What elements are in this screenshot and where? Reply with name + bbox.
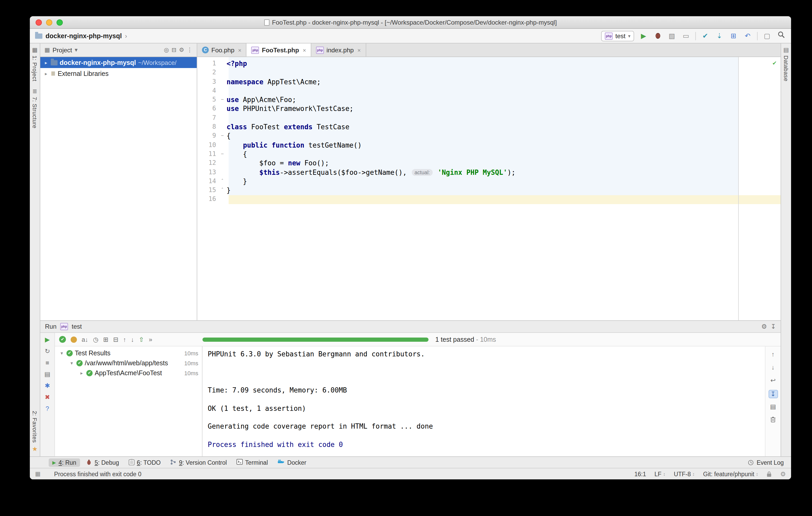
toolwindow-button-version-control[interactable]: 9: Version Control: [166, 458, 230, 467]
previous-failed-test-button[interactable]: ↑: [123, 336, 126, 343]
stop-button[interactable]: ▢: [762, 31, 772, 40]
debug-button[interactable]: [653, 31, 662, 40]
next-failed-test-button[interactable]: ↓: [131, 336, 134, 343]
line-separator-widget[interactable]: LF↕: [655, 471, 666, 477]
toolwindow-button-debug[interactable]: 5: Debug: [82, 458, 123, 467]
stripe-button-structure[interactable]: ≣ 7: Structure: [32, 85, 38, 133]
toolwindow-button-terminal[interactable]: Terminal: [233, 458, 271, 467]
commit-changes-button[interactable]: ✔: [701, 31, 710, 40]
toolbar-separator: [695, 32, 696, 40]
show-passed-button[interactable]: ✔: [59, 336, 66, 343]
settings-button[interactable]: ⚙: [179, 47, 184, 53]
tree-arrow-icon[interactable]: ▸: [44, 71, 49, 76]
tree-arrow-icon[interactable]: ▾: [69, 360, 74, 366]
tab-close-icon[interactable]: ×: [303, 47, 306, 53]
test-tree-item[interactable]: ▸✔AppTest\Acme\FooTest10ms: [55, 368, 202, 378]
line-number: 1: [197, 59, 218, 68]
restore-layout-button[interactable]: ▤: [45, 371, 51, 377]
fold-marker-icon: [218, 159, 227, 168]
more-actions-button[interactable]: »: [149, 336, 152, 343]
sort-alphabetically-button[interactable]: a↓: [82, 336, 88, 343]
rerun-button[interactable]: ▶: [45, 337, 50, 343]
code-line: 7: [197, 114, 781, 123]
stripe-button-database[interactable]: ▤ Database: [783, 44, 789, 85]
close-toolwindow-button[interactable]: ✖: [45, 394, 50, 400]
navigation-bar[interactable]: docker-nginx-php-mysql ›: [35, 32, 127, 39]
run-config-tab-label[interactable]: test: [72, 323, 82, 330]
tree-arrow-icon[interactable]: ▾: [59, 350, 64, 355]
pin-tab-button[interactable]: ✱: [45, 382, 50, 389]
project-tree-item[interactable]: ▸docker-nginx-php-mysql~/Workspace/: [40, 57, 197, 68]
tree-arrow-icon[interactable]: ▸: [79, 370, 84, 375]
revert-button[interactable]: ↶: [743, 31, 752, 40]
stripe-button-project[interactable]: ▦ 1: Project: [32, 44, 38, 85]
titlebar[interactable]: FooTest.php - docker-nginx-php-mysql - […: [30, 16, 791, 29]
breadcrumb-project[interactable]: docker-nginx-php-mysql: [46, 32, 122, 39]
readonly-lock-icon[interactable]: [766, 471, 772, 477]
minimize-window-button[interactable]: [46, 19, 52, 26]
create-patch-button[interactable]: ⊞: [729, 31, 738, 40]
updown-arrows-icon: ↕: [692, 471, 695, 477]
tab-close-icon[interactable]: ×: [357, 47, 361, 53]
print-button[interactable]: ▤: [768, 403, 778, 411]
test-tree-item[interactable]: ▾✔Test Results10ms: [55, 348, 202, 358]
stop-process-button[interactable]: ■: [46, 360, 50, 366]
show-ignored-button[interactable]: [70, 336, 77, 343]
console-output[interactable]: PHPUnit 6.3.0 by Sebastian Bergmann and …: [202, 346, 765, 456]
help-button[interactable]: ?: [46, 406, 49, 412]
zoom-window-button[interactable]: [57, 19, 63, 26]
inspections-status-icon[interactable]: ✔: [773, 59, 776, 66]
attach-to-process-button[interactable]: ▭: [681, 31, 691, 40]
down-the-stack-trace-button[interactable]: ↓: [768, 364, 778, 372]
test-tree-item[interactable]: ▾✔/var/www/html/web/app/tests10ms: [55, 358, 202, 368]
caret-position-widget[interactable]: 16:1: [634, 471, 646, 477]
encoding-widget[interactable]: UTF-8↕: [674, 471, 695, 477]
toolwindow-button-run[interactable]: ▶4: Run: [49, 458, 80, 466]
editor-tab[interactable]: phpindex.php×: [311, 44, 366, 57]
status-bar: ▦ Process finished with exit code 0 16:1…: [30, 468, 791, 479]
tree-arrow-icon[interactable]: ▸: [44, 60, 49, 65]
hide-toolwindow-button[interactable]: ↧: [771, 323, 776, 330]
close-window-button[interactable]: [36, 19, 42, 26]
collapse-all-button[interactable]: ⊟: [172, 47, 176, 53]
clear-console-button[interactable]: [768, 416, 778, 424]
import-test-results-button[interactable]: ⇧: [139, 336, 144, 343]
run-with-coverage-button[interactable]: ▧: [667, 31, 676, 40]
hide-panel-button[interactable]: ⋮: [187, 47, 193, 53]
event-log-button[interactable]: Event Log: [745, 458, 787, 466]
toolwindow-button-docker[interactable]: Docker: [273, 458, 310, 467]
project-toolwindow-title[interactable]: Project: [53, 46, 72, 54]
scroll-to-end-button[interactable]: ↧: [768, 390, 778, 398]
run-configuration-select[interactable]: php test ▾: [601, 31, 634, 41]
soft-wrap-button[interactable]: ↩: [768, 377, 778, 385]
update-project-button[interactable]: ⇣: [715, 31, 724, 40]
code-editor[interactable]: 1<?php23namespace AppTest\Acme;45−use Ap…: [197, 57, 781, 320]
search-everywhere-button[interactable]: [776, 31, 786, 41]
sort-by-duration-button[interactable]: ◷: [93, 336, 98, 343]
inspections-profile-icon[interactable]: ⚙: [780, 470, 786, 478]
collapse-all-button[interactable]: ⊟: [113, 336, 118, 343]
expand-all-button[interactable]: ⊞: [103, 336, 108, 343]
editor-tab[interactable]: CFoo.php×: [197, 44, 247, 57]
locate-file-button[interactable]: ◎: [164, 47, 169, 53]
tab-close-icon[interactable]: ×: [238, 47, 241, 53]
toggle-toolwindow-bars-button[interactable]: ▦: [35, 470, 40, 477]
chevron-down-icon[interactable]: ▾: [75, 47, 78, 53]
stripe-button-favorites[interactable]: 2: Favorites ★: [32, 407, 38, 456]
fold-marker-icon: [218, 195, 227, 204]
rerun-failed-tests-button[interactable]: ↻: [45, 348, 50, 354]
project-toolwindow-icon: ▦: [32, 47, 38, 53]
code-line: 11− {: [197, 150, 781, 159]
run-settings-button[interactable]: ⚙: [761, 323, 767, 330]
project-tree-item[interactable]: ▸≣External Libraries: [40, 68, 197, 79]
project-tree: ▸docker-nginx-php-mysql~/Workspace/▸≣Ext…: [40, 57, 197, 79]
git-branch-widget[interactable]: Git: feature/phpunit↕: [703, 471, 758, 477]
test-passed-icon: ✔: [77, 360, 83, 366]
stripe-label-favorites: 2: Favorites: [32, 411, 38, 443]
updown-arrows-icon: ↕: [756, 471, 758, 477]
editor-tab[interactable]: phpFooTest.php×: [247, 44, 311, 57]
toolwindow-button-todo[interactable]: 6: TODO: [125, 458, 164, 467]
run-button[interactable]: ▶: [639, 31, 648, 40]
fold-marker-icon: [218, 77, 227, 86]
up-the-stack-trace-button[interactable]: ↑: [768, 351, 778, 359]
